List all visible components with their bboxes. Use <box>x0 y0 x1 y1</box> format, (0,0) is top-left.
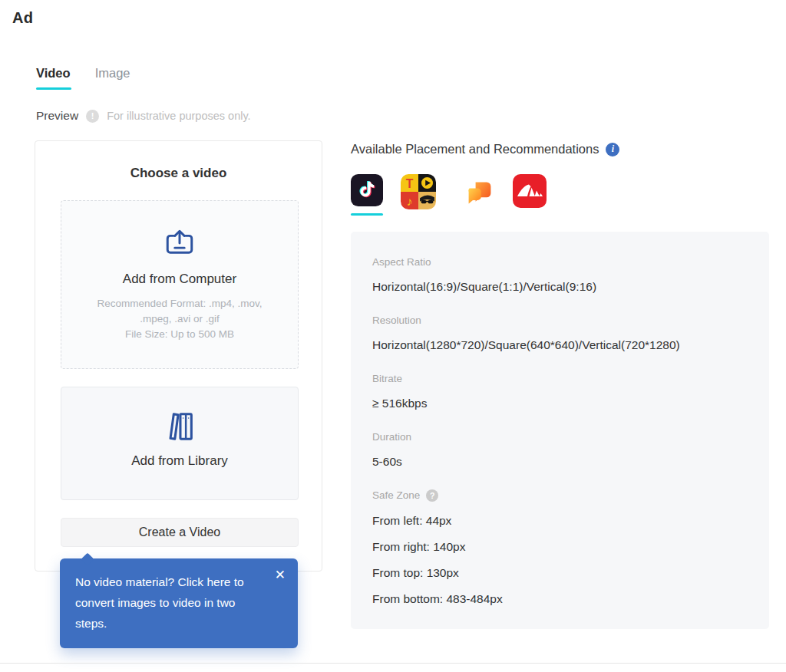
duration-value: 5-60s <box>372 453 746 469</box>
preview-note: For illustrative purposes only. <box>107 110 251 122</box>
safe-zone-label: Safe Zone <box>372 488 420 502</box>
tab-image-label: Image <box>95 66 130 80</box>
news-republic-icon <box>513 174 547 208</box>
create-video-label: Create a Video <box>139 525 220 539</box>
resolution-label: Resolution <box>372 313 421 328</box>
spec-resolution: Resolution Horizontal(1280*720)/Square(6… <box>372 313 746 353</box>
active-tab-underline <box>36 87 71 90</box>
chooser-title: Choose a video <box>35 166 322 181</box>
recommendations-panel: Aspect Ratio Horizontal(16:9)/Square(1:1… <box>351 232 769 629</box>
spec-aspect-ratio: Aspect Ratio Horizontal(16:9)/Square(1:1… <box>372 255 746 295</box>
preview-label: Preview <box>36 109 78 123</box>
spec-safe-zone: Safe Zone ? From left: 44px From right: … <box>372 488 746 607</box>
placements-section: Available Placement and Recommendations … <box>351 142 769 220</box>
add-from-library-label: Add from Library <box>61 453 298 469</box>
placement-buzzvideo[interactable]: T ♪ <box>401 174 436 209</box>
placement-topbuzz[interactable] <box>466 174 494 206</box>
aspect-ratio-label: Aspect Ratio <box>372 255 431 269</box>
placement-news-republic[interactable] <box>513 174 547 208</box>
topbuzz-icon <box>466 179 494 206</box>
ad-creation-page: Ad Video Image Preview ! For illustrativ… <box>0 0 786 672</box>
svg-text:♪: ♪ <box>407 195 413 208</box>
upload-icon <box>61 227 298 259</box>
tab-image[interactable]: Image <box>95 66 130 90</box>
info-icon[interactable]: i <box>606 143 619 156</box>
hint-filesize: File Size: Up to 500 MB <box>61 327 298 342</box>
spec-duration: Duration 5-60s <box>372 430 746 469</box>
placements-heading: Available Placement and Recommendations <box>351 142 599 156</box>
bitrate-value: ≥ 516kbps <box>372 395 746 411</box>
close-icon[interactable]: ✕ <box>275 568 286 581</box>
add-from-library-button[interactable]: Add from Library <box>61 387 299 500</box>
preview-row: Preview ! For illustrative purposes only… <box>36 109 251 123</box>
add-from-computer-dropzone[interactable]: Add from Computer Recommended Format: .m… <box>61 200 299 369</box>
question-help-icon[interactable]: ? <box>426 489 438 502</box>
bitrate-label: Bitrate <box>372 371 402 386</box>
upload-hints: Recommended Format: .mp4, .mov, .mpeg, .… <box>61 296 298 342</box>
add-from-computer-label: Add from Computer <box>61 272 298 287</box>
spec-bitrate: Bitrate ≥ 516kbps <box>372 371 746 411</box>
tiktok-icon <box>351 174 383 206</box>
placement-app-icons: T ♪ <box>351 174 769 220</box>
tab-video-label: Video <box>36 66 71 80</box>
placement-tiktok[interactable] <box>351 174 383 216</box>
hint-format-1: Recommended Format: .mp4, .mov, <box>61 296 298 311</box>
selected-placement-underline <box>351 213 383 216</box>
buzzvideo-icon: T ♪ <box>401 174 436 209</box>
media-type-tabs: Video Image <box>36 66 130 90</box>
hint-format-2: .mpeg, .avi or .gif <box>61 311 298 327</box>
library-icon <box>61 409 298 444</box>
bottom-divider <box>0 663 786 664</box>
safe-zone-right: From right: 140px <box>372 539 746 555</box>
resolution-value: Horizontal(1280*720)/Square(640*640)/Ver… <box>372 337 746 353</box>
safe-zone-bottom: From bottom: 483-484px <box>372 591 746 607</box>
svg-text:T: T <box>406 177 414 190</box>
safe-zone-top: From top: 130px <box>372 565 746 581</box>
exclamation-info-icon: ! <box>86 110 99 123</box>
aspect-ratio-value: Horizontal(16:9)/Square(1:1)/Vertical(9:… <box>372 278 746 295</box>
safe-zone-left: From left: 44px <box>372 512 746 529</box>
choose-video-card: Choose a video Add from Computer Recomme… <box>35 140 322 572</box>
tooltip-text[interactable]: No video material? Click here to convert… <box>75 572 264 634</box>
tab-video[interactable]: Video <box>36 66 71 90</box>
create-video-button[interactable]: Create a Video <box>61 518 299 547</box>
page-title: Ad <box>12 9 33 27</box>
duration-label: Duration <box>372 430 411 444</box>
convert-images-tooltip[interactable]: No video material? Click here to convert… <box>60 558 298 648</box>
